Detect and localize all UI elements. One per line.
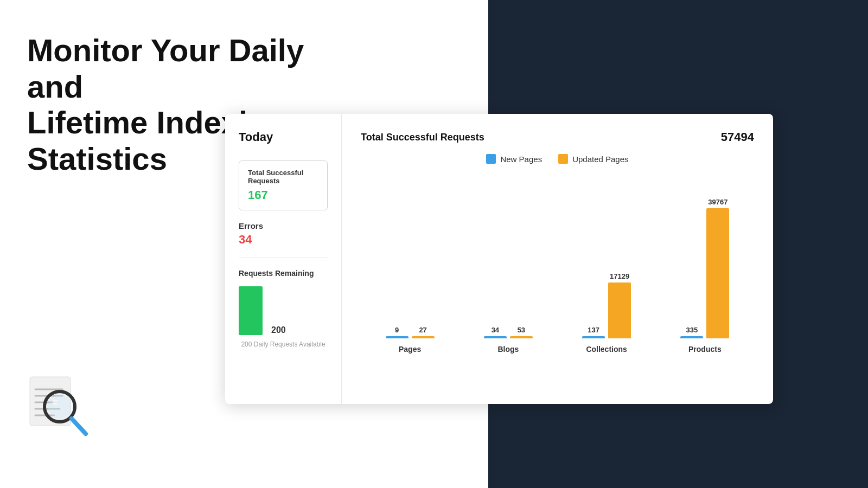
bar-group-blogs: 34 53 Blogs [484, 326, 533, 354]
requests-remaining-value: 200 [271, 325, 286, 335]
bar-group-label: Products [688, 345, 722, 354]
bar-col-new: 335 [680, 326, 703, 338]
bar-group-collections: 137 17129 Collections [582, 272, 631, 354]
legend-new-pages: New Pages [486, 154, 542, 164]
bar-updated-label: 53 [518, 326, 525, 334]
bar-new-label: 9 [395, 326, 399, 334]
bar-updated [706, 208, 729, 338]
bar-group-label: Collections [586, 345, 627, 354]
bar-new-label: 137 [588, 326, 599, 334]
bars-row: 9 27 [386, 326, 435, 338]
bars-row: 34 53 [484, 326, 533, 338]
bar-updated [510, 336, 533, 338]
chart-header: Total Successful Requests 57494 [361, 130, 754, 144]
bar-updated-label: 39767 [708, 198, 727, 206]
total-requests-label: Total Successful Requests [248, 169, 318, 185]
requests-remaining-section: Requests Remaining 200 200 Daily Request… [239, 269, 328, 348]
requests-remaining-note: 200 Daily Requests Available [239, 341, 328, 348]
bar-group-products: 335 39767 Products [680, 198, 729, 354]
bar-updated [608, 282, 631, 338]
legend-updated-pages: Updated Pages [558, 154, 628, 164]
chart-title: Total Successful Requests [361, 132, 484, 143]
chart-area: Total Successful Requests 57494 New Page… [342, 114, 773, 404]
bar-chart: 9 27 Pages 34 53 Blogs [361, 180, 754, 354]
bars-row: 137 17129 [582, 272, 631, 338]
svg-point-7 [48, 395, 72, 419]
sidebar-title: Today [239, 130, 328, 144]
bar-new [484, 336, 507, 338]
bar-col-updated: 53 [510, 326, 533, 338]
bar-col-updated: 17129 [608, 272, 631, 338]
bar-col-updated: 39767 [706, 198, 729, 338]
svg-point-9 [53, 400, 58, 405]
errors-label: Errors [239, 221, 328, 230]
chart-legend: New Pages Updated Pages [361, 154, 754, 164]
bar-col-new: 137 [582, 326, 605, 338]
bar-new [680, 336, 703, 338]
svg-line-8 [72, 419, 86, 434]
bar-col-new: 9 [386, 326, 409, 338]
bar-new-label: 335 [686, 326, 698, 334]
bar-new [582, 336, 605, 338]
magnifier-icon [27, 374, 92, 439]
card-sidebar: Today Total Successful Requests 167 Erro… [225, 114, 342, 404]
bar-updated-label: 27 [419, 326, 426, 334]
bar-group-pages: 9 27 Pages [386, 326, 435, 354]
errors-section: Errors 34 [239, 221, 328, 258]
bar-updated-label: 17129 [610, 272, 629, 280]
bar-group-label: Blogs [497, 345, 519, 354]
total-requests-box: Total Successful Requests 167 [239, 160, 328, 210]
errors-value: 34 [239, 233, 328, 247]
bar-group-label: Pages [399, 345, 421, 354]
requests-remaining-bar [239, 286, 263, 335]
requests-remaining-label: Requests Remaining [239, 269, 328, 278]
chart-total: 57494 [721, 130, 754, 144]
legend-new-pages-label: New Pages [500, 155, 542, 164]
bar-updated [412, 336, 435, 338]
bar-new [386, 336, 409, 338]
bar-col-updated: 27 [412, 326, 435, 338]
bar-col-new: 34 [484, 326, 507, 338]
legend-updated-pages-dot [558, 154, 568, 164]
total-requests-value: 167 [248, 188, 318, 202]
dashboard-card: Today Total Successful Requests 167 Erro… [225, 114, 773, 404]
requests-remaining-bar-area: 200 [239, 286, 328, 335]
legend-new-pages-dot [486, 154, 496, 164]
bar-new-label: 34 [492, 326, 499, 334]
bars-row: 335 39767 [680, 198, 729, 338]
legend-updated-pages-label: Updated Pages [572, 155, 628, 164]
